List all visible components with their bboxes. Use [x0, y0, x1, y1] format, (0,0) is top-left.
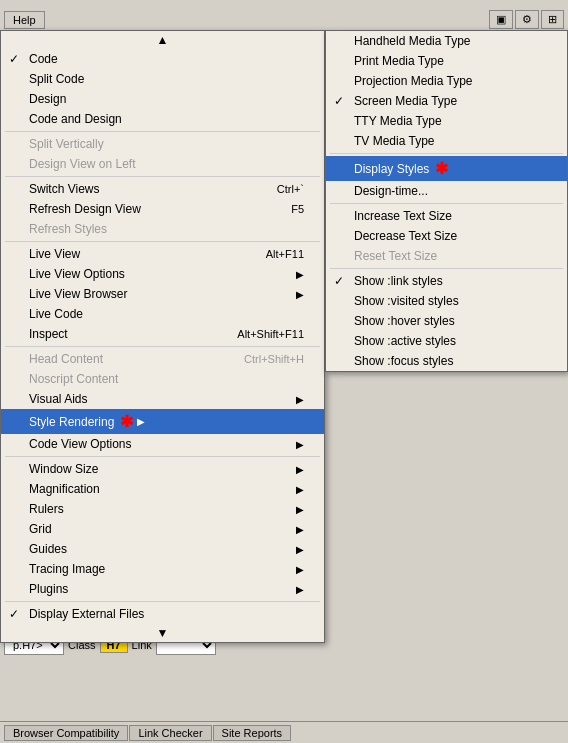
- menu-item-live-code[interactable]: Live Code: [1, 304, 324, 324]
- menu-item-design-view-on-left: Design View on Left: [1, 154, 324, 174]
- menu-item-design[interactable]: Design: [1, 89, 324, 109]
- separator-3: [5, 241, 320, 242]
- menu-item-head-content: Head Content Ctrl+Shift+H: [1, 349, 324, 369]
- menu-item-noscript-content: Noscript Content: [1, 369, 324, 389]
- menu-item-code[interactable]: Code: [1, 49, 324, 69]
- menu-item-show-hover-styles[interactable]: Show :hover styles: [326, 311, 567, 331]
- asterisk-icon-right: ✱: [435, 159, 448, 178]
- menu-item-rulers[interactable]: Rulers ▶: [1, 499, 324, 519]
- link-checker-button[interactable]: Link Checker: [129, 725, 211, 741]
- menu-item-live-view-options[interactable]: Live View Options ▶: [1, 264, 324, 284]
- separator-1: [5, 131, 320, 132]
- menu-item-screen-media[interactable]: Screen Media Type: [326, 91, 567, 111]
- menu-item-switch-views[interactable]: Switch Views Ctrl+`: [1, 179, 324, 199]
- extra-button[interactable]: ⊞: [541, 10, 564, 29]
- menu-item-print-media[interactable]: Print Media Type: [326, 51, 567, 71]
- layout-button[interactable]: ▣: [489, 10, 513, 29]
- menu-item-display-external-files[interactable]: Display External Files: [1, 604, 324, 624]
- menu-item-code-view-options[interactable]: Code View Options ▶: [1, 434, 324, 454]
- menu-item-show-focus-styles[interactable]: Show :focus styles: [326, 351, 567, 371]
- asterisk-icon-left: ✱: [120, 412, 133, 431]
- menu-item-split-code[interactable]: Split Code: [1, 69, 324, 89]
- menu-item-split-vertically: Split Vertically: [1, 134, 324, 154]
- menu-item-show-visited-styles[interactable]: Show :visited styles: [326, 291, 567, 311]
- scroll-up-button[interactable]: ▲: [1, 31, 324, 49]
- menu-item-refresh-design-view[interactable]: Refresh Design View F5: [1, 199, 324, 219]
- menu-item-live-view[interactable]: Live View Alt+F11: [1, 244, 324, 264]
- menu-item-code-and-design[interactable]: Code and Design: [1, 109, 324, 129]
- help-button[interactable]: Help: [4, 11, 45, 29]
- menu-item-show-active-styles[interactable]: Show :active styles: [326, 331, 567, 351]
- menu-item-reset-text-size: Reset Text Size: [326, 246, 567, 266]
- menu-item-design-time[interactable]: Design-time...: [326, 181, 567, 201]
- right-menu: Handheld Media Type Print Media Type Pro…: [325, 30, 568, 372]
- menu-item-tracing-image[interactable]: Tracing Image ▶: [1, 559, 324, 579]
- menu-item-display-styles[interactable]: Display Styles ✱: [326, 156, 567, 181]
- statusbar: Browser Compatibility Link Checker Site …: [0, 721, 568, 743]
- menu-item-window-size[interactable]: Window Size ▶: [1, 459, 324, 479]
- site-reports-button[interactable]: Site Reports: [213, 725, 292, 741]
- separator-2: [5, 176, 320, 177]
- menu-item-refresh-styles: Refresh Styles: [1, 219, 324, 239]
- scroll-down-button[interactable]: ▼: [1, 624, 324, 642]
- menu-item-live-view-browser[interactable]: Live View Browser ▶: [1, 284, 324, 304]
- menu-item-inspect[interactable]: Inspect Alt+Shift+F11: [1, 324, 324, 344]
- menu-item-projection-media[interactable]: Projection Media Type: [326, 71, 567, 91]
- menu-item-tv-media[interactable]: TV Media Type: [326, 131, 567, 151]
- menu-item-magnification[interactable]: Magnification ▶: [1, 479, 324, 499]
- menu-item-plugins[interactable]: Plugins ▶: [1, 579, 324, 599]
- right-separator-3: [330, 268, 563, 269]
- menu-item-tty-media[interactable]: TTY Media Type: [326, 111, 567, 131]
- menu-item-handheld-media[interactable]: Handheld Media Type: [326, 31, 567, 51]
- menu-item-visual-aids[interactable]: Visual Aids ▶: [1, 389, 324, 409]
- menu-item-style-rendering[interactable]: Style Rendering ✱ ▶: [1, 409, 324, 434]
- menu-item-guides[interactable]: Guides ▶: [1, 539, 324, 559]
- right-separator-2: [330, 203, 563, 204]
- browser-compat-button[interactable]: Browser Compatibility: [4, 725, 128, 741]
- separator-5: [5, 456, 320, 457]
- menu-item-grid[interactable]: Grid ▶: [1, 519, 324, 539]
- separator-4: [5, 346, 320, 347]
- left-menu: ▲ Code Split Code Design Code and Design…: [0, 30, 325, 643]
- options-button[interactable]: ⚙: [515, 10, 539, 29]
- menu-item-show-link-styles[interactable]: Show :link styles: [326, 271, 567, 291]
- right-separator-1: [330, 153, 563, 154]
- menu-item-decrease-text-size[interactable]: Decrease Text Size: [326, 226, 567, 246]
- menu-item-increase-text-size[interactable]: Increase Text Size: [326, 206, 567, 226]
- separator-6: [5, 601, 320, 602]
